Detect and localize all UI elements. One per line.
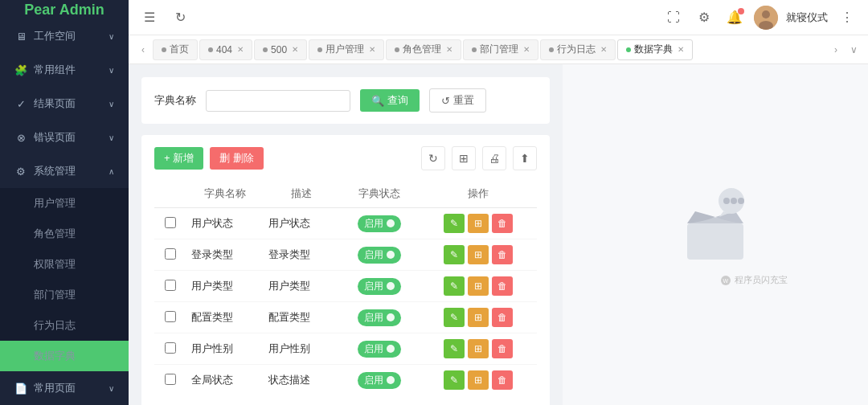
tab-datadict[interactable]: 数据字典 ✕ bbox=[617, 39, 693, 60]
tab-404[interactable]: 404 ✕ bbox=[199, 39, 252, 60]
tab-home[interactable]: 首页 bbox=[153, 39, 198, 60]
sidebar-item-result[interactable]: ✓ 结果页面 ∨ bbox=[0, 87, 129, 121]
tab-close-404[interactable]: ✕ bbox=[237, 45, 244, 54]
query-button[interactable]: 🔍 查询 bbox=[360, 89, 420, 112]
more-options-button[interactable]: ⋮ bbox=[836, 6, 858, 29]
status-badge-0[interactable]: 启用 bbox=[358, 215, 401, 232]
status-badge-3[interactable]: 启用 bbox=[358, 309, 401, 326]
checkbox-2[interactable] bbox=[165, 280, 176, 291]
tab-close-datadict[interactable]: ✕ bbox=[678, 45, 684, 54]
export-button[interactable]: ⬆ bbox=[513, 146, 537, 170]
view-button-5[interactable]: ⊞ bbox=[468, 370, 489, 390]
checkbox-0[interactable] bbox=[165, 217, 176, 228]
row-checkbox-1[interactable] bbox=[154, 239, 186, 271]
tab-label-500: 500 bbox=[271, 44, 287, 55]
print-button[interactable]: 🖨 bbox=[482, 146, 506, 170]
sidebar-item-datadict[interactable]: 数据字典 bbox=[0, 341, 129, 371]
sidebar-label-rolemgr: 角色管理 bbox=[34, 227, 76, 241]
status-badge-1[interactable]: 启用 bbox=[358, 247, 401, 264]
sidebar-item-components[interactable]: 🧩 常用组件 ∨ bbox=[0, 53, 129, 87]
add-button[interactable]: + 新增 bbox=[154, 147, 203, 170]
checkbox-1[interactable] bbox=[165, 248, 176, 260]
result-icon: ✓ bbox=[14, 97, 27, 110]
sidebar-item-deptmgr[interactable]: 部门管理 bbox=[0, 280, 129, 310]
tab-close-usermgr[interactable]: ✕ bbox=[369, 45, 375, 54]
notification-button[interactable]: 🔔 bbox=[723, 6, 746, 29]
row-delete-button-4[interactable]: 🗑 bbox=[492, 339, 513, 358]
tab-usermgr[interactable]: 用户管理 ✕ bbox=[309, 39, 384, 60]
fullscreen-button[interactable]: ⛶ bbox=[662, 6, 685, 29]
table-row: 用户状态 用户状态 启用 ✎ ⊞ 🗑 bbox=[154, 208, 537, 239]
tab-prev-button[interactable]: ‹ bbox=[135, 42, 151, 58]
sysadmin-icon: ⚙ bbox=[14, 165, 27, 178]
tab-rolemgr[interactable]: 角色管理 ✕ bbox=[386, 39, 461, 60]
row-delete-button-2[interactable]: 🗑 bbox=[492, 276, 513, 296]
refresh-button[interactable]: ↻ bbox=[169, 6, 191, 29]
edit-button-3[interactable]: ✎ bbox=[444, 308, 465, 327]
status-dot-5 bbox=[387, 376, 395, 384]
tab-actlog[interactable]: 行为日志 ✕ bbox=[540, 39, 616, 60]
status-badge-5[interactable]: 启用 bbox=[358, 372, 401, 389]
sidebar-item-workspace[interactable]: 🖥 工作空间 ∨ bbox=[0, 19, 129, 53]
empty-state-icon bbox=[671, 183, 760, 264]
view-button-1[interactable]: ⊞ bbox=[468, 245, 489, 264]
row-delete-button-0[interactable]: 🗑 bbox=[492, 214, 513, 233]
status-badge-2[interactable]: 启用 bbox=[358, 278, 401, 295]
edit-button-4[interactable]: ✎ bbox=[444, 339, 465, 358]
tab-close-actlog[interactable]: ✕ bbox=[600, 45, 607, 54]
row-checkbox-3[interactable] bbox=[154, 302, 186, 333]
components-icon: 🧩 bbox=[14, 63, 27, 76]
settings-button[interactable]: ⚙ bbox=[693, 6, 715, 29]
view-button-4[interactable]: ⊞ bbox=[468, 339, 489, 358]
sidebar-item-commonpages[interactable]: 📄 常用页面 ∨ bbox=[0, 371, 129, 405]
checkbox-3[interactable] bbox=[165, 311, 176, 322]
sidebar: Pear Admin 🖥 工作空间 ∨ 🧩 常用组件 ∨ ✓ 结果页面 ∨ ⊗ … bbox=[0, 0, 129, 405]
edit-button-2[interactable]: ✎ bbox=[444, 276, 465, 296]
checkbox-5[interactable] bbox=[165, 374, 176, 385]
menu-toggle-button[interactable]: ☰ bbox=[138, 6, 161, 29]
tab-close-rolemgr[interactable]: ✕ bbox=[446, 45, 452, 54]
row-checkbox-2[interactable] bbox=[154, 271, 186, 302]
row-checkbox-4[interactable] bbox=[154, 333, 186, 365]
sidebar-item-error[interactable]: ⊗ 错误页面 ∨ bbox=[0, 121, 129, 154]
edit-button-1[interactable]: ✎ bbox=[444, 245, 465, 264]
row-delete-button-1[interactable]: 🗑 bbox=[492, 245, 513, 264]
table-section: + 新增 删 删除 ↻ ⊞ 🖨 ⬆ bbox=[141, 135, 550, 405]
tab-close-deptmgr[interactable]: ✕ bbox=[523, 45, 530, 54]
delete-button[interactable]: 删 删除 bbox=[210, 147, 264, 170]
query-label: 查询 bbox=[387, 93, 408, 108]
view-button-3[interactable]: ⊞ bbox=[468, 308, 489, 327]
edit-button-0[interactable]: ✎ bbox=[444, 214, 465, 233]
row-checkbox-0[interactable] bbox=[154, 208, 186, 239]
view-button-0[interactable]: ⊞ bbox=[468, 214, 489, 233]
search-input[interactable] bbox=[206, 90, 350, 112]
tab-menu-button[interactable]: ∨ bbox=[845, 42, 862, 58]
refresh-table-button[interactable]: ↻ bbox=[421, 146, 445, 170]
edit-button-5[interactable]: ✎ bbox=[444, 370, 465, 390]
tab-label-usermgr: 用户管理 bbox=[326, 43, 364, 56]
col-status: 字典状态 bbox=[340, 180, 420, 208]
tab-close-500[interactable]: ✕ bbox=[292, 45, 298, 54]
row-delete-button-3[interactable]: 🗑 bbox=[492, 308, 513, 327]
status-badge-4[interactable]: 启用 bbox=[358, 341, 401, 358]
checkbox-4[interactable] bbox=[165, 342, 176, 354]
view-button-2[interactable]: ⊞ bbox=[468, 276, 489, 296]
sidebar-item-permgr[interactable]: 权限管理 bbox=[0, 249, 129, 280]
chevron-workspace: ∨ bbox=[108, 32, 114, 41]
sidebar-item-actlog[interactable]: 行为日志 bbox=[0, 310, 129, 341]
row-name-3: 配置类型 bbox=[186, 302, 264, 333]
avatar-image bbox=[754, 6, 778, 30]
row-checkbox-5[interactable] bbox=[154, 365, 186, 396]
tab-next-button[interactable]: › bbox=[828, 42, 844, 58]
sidebar-logo: Pear Admin bbox=[0, 0, 129, 19]
tab-500[interactable]: 500 ✕ bbox=[254, 39, 307, 60]
avatar[interactable] bbox=[754, 6, 778, 30]
row-delete-button-5[interactable]: 🗑 bbox=[492, 370, 513, 390]
row-status-5: 启用 bbox=[340, 365, 420, 396]
sidebar-item-rolemgr[interactable]: 角色管理 bbox=[0, 219, 129, 249]
reset-button[interactable]: ↺ 重置 bbox=[429, 88, 486, 112]
columns-button[interactable]: ⊞ bbox=[452, 146, 476, 170]
sidebar-item-sysadmin[interactable]: ⚙ 系统管理 ∧ bbox=[0, 154, 129, 188]
sidebar-item-usermgr[interactable]: 用户管理 bbox=[0, 188, 129, 219]
tab-deptmgr[interactable]: 部门管理 ✕ bbox=[463, 39, 538, 60]
